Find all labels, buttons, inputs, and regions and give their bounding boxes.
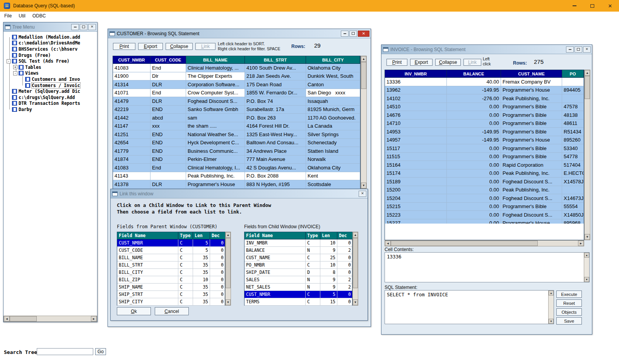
customer-grid-cell[interactable]: P.O. Box 2088 (245, 172, 306, 181)
customer-grid-cell[interactable]: sam (186, 114, 245, 122)
child-field-cell[interactable]: 0 (337, 298, 352, 306)
customer-grid-row[interactable]: 41083EndClinical Hematology, I...42 S Do… (113, 164, 360, 172)
invoice-grid-cell[interactable]: -149.95 (447, 128, 501, 136)
tree-minimize-button[interactable] (71, 24, 79, 30)
app-maximize-button[interactable] (583, 0, 601, 12)
parent-field-row[interactable]: BILL_CITYC350 (117, 269, 225, 276)
invoice-grid-cell[interactable]: 14510 (385, 103, 447, 111)
invoice-grid-cell[interactable]: Foghead Discount S... (501, 211, 562, 219)
parent-field-row[interactable]: SHIP_STRTC350 (117, 291, 225, 298)
scroll-thumb[interactable] (353, 238, 358, 288)
customer-grid-cell[interactable]: 41143 (113, 172, 150, 181)
scroll-down-button[interactable]: ▼ (353, 299, 358, 305)
customer-grid-cell[interactable]: 41083 (113, 164, 150, 172)
invoice-grid-row[interactable]: 151890.00Foghead Discount S...X14578J (385, 178, 584, 186)
customer-grid-cell[interactable]: 42654 (113, 139, 150, 147)
invoice-grid-row[interactable]: 152270.00Programmer's House895968 (385, 219, 584, 224)
invoice-grid-cell[interactable]: 15200 (385, 186, 447, 195)
sql-statement-scrollbar[interactable]: ▲ ▼ (548, 291, 554, 324)
invoice-grid-cell[interactable]: 15223 (385, 211, 447, 219)
customer-grid-column-header[interactable]: BILL_STRT (245, 56, 306, 64)
child-field-cell[interactable]: 9 (320, 276, 337, 284)
child-field-cell[interactable]: 9 (320, 284, 337, 291)
parent-field-cell[interactable]: C (178, 247, 193, 254)
scroll-up-button[interactable]: ▲ (226, 232, 231, 238)
child-field-cell[interactable]: 2 (337, 276, 352, 284)
parent-fields-scrollbar[interactable]: ▲ ▼ (225, 232, 231, 306)
invoice-grid-row[interactable]: 151170.00Programmer's Bible53340 (385, 144, 584, 153)
parent-field-column-header[interactable]: Field Name (117, 232, 178, 239)
link-dialog-close-button[interactable]: ✕ (359, 191, 366, 197)
child-field-cell[interactable]: 10 (320, 239, 337, 247)
child-field-row[interactable]: INV_NMBRC100 (245, 239, 352, 247)
invoice-grid-row[interactable]: 13962-149.95Programmer's House894405 (385, 86, 584, 95)
parent-field-cell[interactable]: BILL_NAME (117, 254, 178, 261)
invoice-h-scrollbar[interactable]: ◄ ► (385, 240, 584, 246)
customer-grid-row[interactable]: 42219ENDSanko Software GmbhSurabellastr.… (113, 106, 360, 114)
invoice-grid-cell[interactable]: Programmer's Bible (501, 103, 562, 111)
cancel-button[interactable]: Cancel (155, 307, 189, 315)
customer-grid-cell[interactable]: END (150, 130, 186, 139)
customer-grid-row[interactable]: 41442abcdsamP.O. Box 2631170 AG Goohoeve… (113, 114, 360, 122)
invoice-grid-cell[interactable]: 15215 (385, 203, 447, 211)
customer-grid-cell[interactable]: Peak Publishing, Inc. (186, 172, 245, 181)
customer-grid-cell[interactable]: Surabellastr. 17a (245, 106, 306, 114)
parent-field-cell[interactable]: 5 (193, 239, 210, 247)
invoice-grid-cell[interactable]: 894405 (562, 86, 584, 95)
invoice-grid-cell[interactable]: Programmer's Bible (501, 203, 562, 211)
invoice-grid-cell[interactable]: Peak Publishing, Inc. (501, 186, 562, 195)
scroll-down-button[interactable]: ▼ (584, 277, 589, 282)
customer-grid-cell[interactable]: 41083 (113, 64, 150, 72)
customer-grid-cell[interactable]: END (150, 147, 186, 156)
parent-field-cell[interactable]: 0 (210, 239, 225, 247)
customer-grid-cell[interactable]: 1170 AG Goohoeved. (306, 114, 360, 122)
invoice-grid-cell[interactable]: Programmer's House (501, 86, 562, 95)
parent-field-column-header[interactable]: Len (193, 232, 210, 239)
customer-grid-cell[interactable]: End (150, 89, 186, 97)
customer-grid-row[interactable]: 41900DlrThe Clipper Experts218 Jan Seeds… (113, 72, 360, 81)
child-field-row[interactable]: NET_SALESN92 (245, 284, 352, 291)
invoice-grid-cell[interactable]: 15204 (385, 194, 447, 203)
scroll-down-button[interactable]: ▼ (361, 183, 366, 188)
customer-grid-cell[interactable]: Hyck Development C... (186, 139, 245, 147)
menu-item-file[interactable]: File (1, 12, 15, 19)
customer-grid-row[interactable]: 41143Peak Publishing, Inc.P.O. Box 2088K… (113, 172, 360, 181)
child-field-cell[interactable]: 15 (320, 298, 337, 306)
invoice-grid-cell[interactable]: 13336 (385, 78, 447, 86)
parent-field-cell[interactable]: 10 (193, 276, 210, 284)
parent-field-cell[interactable]: 35 (193, 269, 210, 276)
customer-grid-row[interactable]: 41314DLRCorporation Software...175 Dean … (113, 80, 360, 89)
invoice-grid-row[interactable]: 152040.00Foghead Discount S...X14673J (385, 194, 584, 203)
invoice-grid-cell[interactable]: 14676 (385, 111, 447, 120)
parent-field-cell[interactable]: BILL_STRT (117, 261, 178, 269)
parent-field-cell[interactable]: SHIP_STRT (117, 291, 178, 298)
child-field-cell[interactable]: 9 (320, 247, 337, 254)
customer-grid-cell[interactable]: DLR (150, 180, 186, 189)
scroll-thumb[interactable] (585, 76, 590, 99)
customer-grid-cell[interactable]: 42 S Douglas Avenu... (245, 164, 306, 172)
invoice-grid-cell[interactable]: 0.00 (447, 211, 501, 219)
customer-grid-cell[interactable]: Norwalk (306, 156, 360, 164)
invoice-grid-cell[interactable]: Programmer's Bible (501, 128, 562, 136)
scroll-down-button[interactable]: ▼ (226, 299, 231, 305)
invoice-grid-row[interactable]: 147100.00Programmer's Bible48611 (385, 120, 584, 128)
child-field-cell[interactable]: D (306, 269, 320, 276)
customer-grid-cell[interactable]: Scottsdale (306, 180, 360, 189)
invoice-grid-cell[interactable]: 53340 (562, 144, 584, 153)
tree-item[interactable]: Drugs (Free) (3, 52, 97, 58)
parent-field-cell[interactable]: C (178, 276, 193, 284)
child-field-cell[interactable]: C (306, 239, 320, 247)
invoice-grid-cell[interactable]: 895968 (562, 219, 584, 224)
tree-item[interactable]: BHSServices (c:\bhserv (3, 46, 97, 52)
customer-grid-cell[interactable]: P.O. Box 74 (245, 97, 306, 106)
parent-field-cell[interactable]: C (178, 284, 193, 291)
scroll-track[interactable] (549, 296, 554, 319)
invoice-grid-column-header[interactable]: BALANCE (447, 70, 501, 78)
link-dialog-titlebar[interactable]: Link this window ✕ (111, 189, 368, 198)
invoice-minimize-button[interactable] (566, 46, 574, 53)
parent-field-row[interactable]: CUST_NMBRC50 (117, 239, 225, 247)
customer-grid-cell[interactable]: Clinical Hematology, ... (186, 64, 245, 72)
child-field-cell[interactable]: 0 (337, 261, 352, 269)
invoice-grid-column-header[interactable]: PO (562, 70, 584, 78)
reset-button[interactable]: Reset (556, 299, 582, 307)
